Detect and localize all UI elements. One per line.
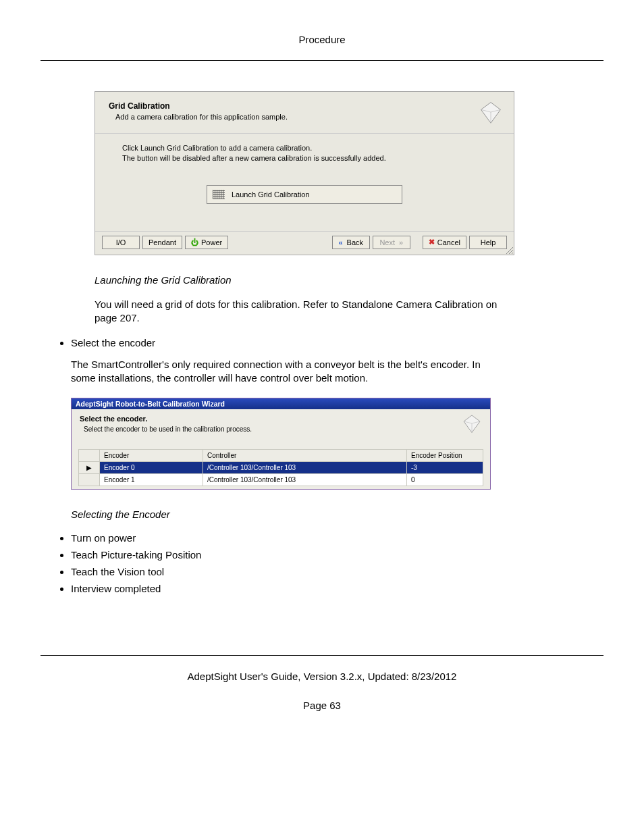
wizard-diamond-icon	[479, 100, 503, 124]
footer-text: AdeptSight User's Guide, Version 3.2.x, …	[188, 671, 457, 682]
wizard-diamond-icon	[462, 413, 482, 434]
help-button[interactable]: Help	[469, 236, 507, 249]
bullet-select-encoder: Select the encoder The SmartController's…	[71, 337, 603, 520]
encoder-wizard-header: Select the encoder. Select the encoder t…	[72, 409, 490, 449]
page-header: Procedure	[41, 34, 603, 61]
dialog-footer: I/O Pendant ⏻Power Back Next ✖Cancel Hel…	[95, 231, 514, 255]
table-header-row: Encoder Controller Encoder Position	[79, 449, 483, 461]
page-number: Page 63	[41, 700, 603, 711]
cell-encoder: Encoder 0	[100, 461, 203, 473]
row-marker: ▶	[79, 461, 100, 473]
col-marker	[79, 449, 100, 461]
page-footer: AdeptSight User's Guide, Version 3.2.x, …	[41, 655, 603, 682]
instruction-line-2: The button will be disabled after a new …	[122, 154, 386, 162]
paragraph-grid-note: You will need a grid of dots for this ca…	[95, 298, 513, 325]
paragraph-encoder: The SmartController's only required conn…	[71, 358, 489, 386]
bullet-interview-completed: Interview completed	[71, 583, 603, 594]
dialog-body: Click Launch Grid Calibration to add a c…	[95, 134, 514, 231]
power-icon: ⏻	[191, 238, 198, 246]
dialog-instructions: Click Launch Grid Calibration to add a c…	[109, 143, 500, 163]
bullet-teach-picture-position: Teach Picture-taking Position	[71, 549, 603, 561]
cancel-icon: ✖	[429, 238, 435, 246]
col-encoder: Encoder	[100, 449, 203, 461]
grid-calibration-dialog: Grid Calibration Add a camera calibratio…	[95, 91, 514, 255]
dialog-subtitle: Add a camera calibration for this applic…	[109, 113, 500, 121]
bullet-teach-vision-tool: Teach the Vision tool	[71, 566, 603, 577]
svg-line-4	[512, 253, 513, 254]
encoder-wizard-titlebar: AdeptSight Robot-to-Belt Calibration Wiz…	[72, 398, 490, 409]
instruction-line-1: Click Launch Grid Calibration to add a c…	[122, 144, 312, 152]
row-marker	[79, 473, 100, 486]
col-position: Encoder Position	[407, 449, 483, 461]
launch-button-label: Launch Grid Calibration	[232, 190, 310, 199]
figure1-caption: Launching the Grid Calibration	[95, 274, 603, 286]
cancel-button[interactable]: ✖Cancel	[423, 236, 466, 249]
encoder-head-title: Select the encoder.	[80, 415, 482, 423]
bullet-turn-on-power: Turn on power	[71, 532, 603, 544]
encoder-table[interactable]: Encoder Controller Encoder Position ▶ En…	[78, 449, 483, 486]
dialog-header: Grid Calibration Add a camera calibratio…	[95, 92, 514, 134]
cell-encoder: Encoder 1	[100, 473, 203, 486]
pendant-button[interactable]: Pendant	[142, 236, 182, 249]
back-button[interactable]: Back	[332, 236, 370, 249]
next-button[interactable]: Next	[373, 236, 410, 249]
figure2-caption: Selecting the Encoder	[71, 509, 603, 520]
cell-position: -3	[407, 461, 483, 473]
table-row[interactable]: ▶ Encoder 0 /Controller 103/Controller 1…	[79, 461, 483, 473]
dialog-title: Grid Calibration	[109, 101, 500, 111]
cell-position: 0	[407, 473, 483, 486]
header-title: Procedure	[298, 34, 345, 45]
resize-grip-icon	[505, 246, 513, 254]
cell-controller: /Controller 103/Controller 103	[203, 461, 407, 473]
grid-icon	[213, 190, 225, 199]
encoder-head-sub: Select the encoder to be used in the cal…	[80, 425, 482, 433]
table-row[interactable]: Encoder 1 /Controller 103/Controller 103…	[79, 473, 483, 486]
col-controller: Controller	[203, 449, 407, 461]
cell-controller: /Controller 103/Controller 103	[203, 473, 407, 486]
power-button[interactable]: ⏻Power	[185, 236, 228, 249]
encoder-wizard-dialog: AdeptSight Robot-to-Belt Calibration Wiz…	[71, 398, 491, 490]
io-button[interactable]: I/O	[102, 236, 140, 249]
launch-grid-calibration-button[interactable]: Launch Grid Calibration	[207, 185, 402, 204]
